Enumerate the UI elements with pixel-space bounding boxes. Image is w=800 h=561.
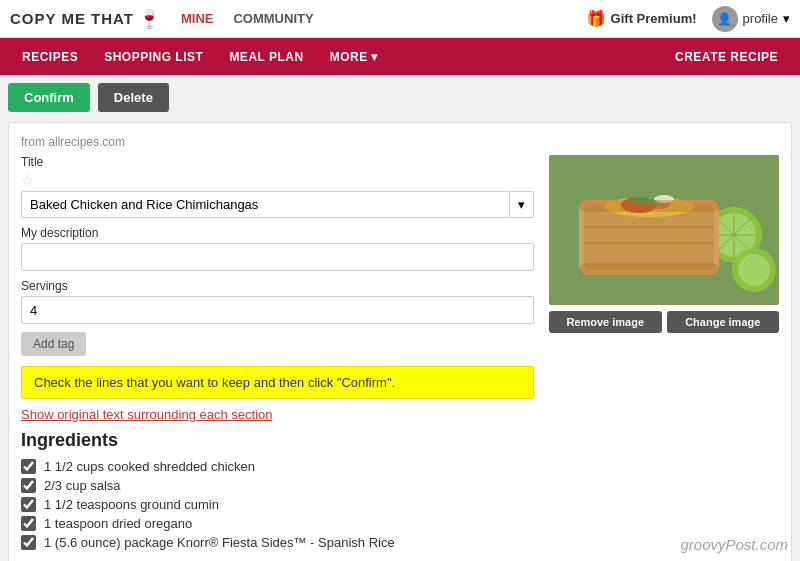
desc-label: My description [21, 226, 534, 240]
ingredient-text: 1 1/2 teaspoons ground cumin [44, 497, 219, 512]
add-tag-button[interactable]: Add tag [21, 332, 86, 356]
ingredient-text: 1 1/2 cups cooked shredded chicken [44, 459, 255, 474]
recipe-image [549, 155, 779, 305]
card-body: Title ☆ ▾ My description Servings Add ta… [21, 155, 779, 552]
ingredients-heading: Ingredients [21, 430, 534, 451]
gift-premium-button[interactable]: 🎁 Gift Premium! [586, 9, 697, 28]
image-buttons: Remove image Change image [549, 311, 779, 333]
list-item: 2/3 cup salsa [21, 476, 534, 495]
list-item: 1 1/2 cups cooked shredded chicken [21, 457, 534, 476]
instruction-box: Check the lines that you want to keep an… [21, 366, 534, 399]
instruction-text: Check the lines that you want to keep an… [34, 375, 395, 390]
ingredient-checkbox[interactable] [21, 478, 36, 493]
change-image-button[interactable]: Change image [667, 311, 780, 333]
more-link[interactable]: MORE ▾ [318, 38, 390, 75]
servings-label: Servings [21, 279, 534, 293]
top-nav-links: MINE COMMUNITY [181, 11, 586, 26]
profile-chevron-icon: ▾ [783, 11, 790, 26]
ingredient-checkbox[interactable] [21, 535, 36, 550]
action-row: Confirm Delete [8, 83, 792, 112]
servings-input[interactable] [21, 296, 534, 324]
logo[interactable]: Copy Me That 🍷 [10, 8, 161, 30]
ingredient-text: 1 teaspoon dried oregano [44, 516, 192, 531]
meal-plan-link[interactable]: MEAL PLAN [217, 38, 315, 75]
sec-nav-links: RECIPES SHOPPING LIST MEAL PLAN MORE ▾ [10, 38, 663, 75]
title-input[interactable] [21, 191, 510, 218]
ingredient-text: 1 (5.6 ounce) package Knorr® Fiesta Side… [44, 535, 395, 550]
title-label: Title [21, 155, 534, 169]
profile-area[interactable]: 👤 profile ▾ [712, 6, 790, 32]
svg-rect-18 [579, 200, 719, 212]
mine-link[interactable]: MINE [181, 11, 214, 26]
list-item: 1 (5.6 ounce) package Knorr® Fiesta Side… [21, 533, 534, 552]
left-column: Title ☆ ▾ My description Servings Add ta… [21, 155, 534, 552]
logo-text: Copy Me That [10, 10, 134, 27]
profile-label: profile [743, 11, 778, 26]
title-row: ▾ [21, 191, 534, 218]
right-column: Remove image Change image [549, 155, 779, 552]
description-input[interactable] [21, 243, 534, 271]
list-item: 1 teaspoon dried oregano [21, 514, 534, 533]
list-item: 1 1/2 teaspoons ground cumin [21, 495, 534, 514]
shopping-list-link[interactable]: SHOPPING LIST [92, 38, 215, 75]
gift-icon: 🎁 [586, 9, 606, 28]
remove-image-button[interactable]: Remove image [549, 311, 662, 333]
watermark: groovyPost.com [680, 536, 788, 553]
svg-point-8 [738, 254, 770, 286]
show-original-link[interactable]: Show original text surrounding each sect… [21, 407, 534, 422]
top-navigation: Copy Me That 🍷 MINE COMMUNITY 🎁 Gift Pre… [0, 0, 800, 38]
gift-label: Gift Premium! [611, 11, 697, 26]
recipes-link[interactable]: RECIPES [10, 38, 90, 75]
ingredient-list: 1 1/2 cups cooked shredded chicken 2/3 c… [21, 457, 534, 552]
svg-rect-19 [579, 263, 719, 275]
secondary-navigation: RECIPES SHOPPING LIST MEAL PLAN MORE ▾ C… [0, 38, 800, 75]
content-area: Confirm Delete from allrecipes.com Title… [0, 75, 800, 561]
create-recipe-button[interactable]: CREATE RECIPE [663, 38, 790, 75]
ingredient-text: 2/3 cup salsa [44, 478, 121, 493]
community-link[interactable]: COMMUNITY [233, 11, 313, 26]
delete-button[interactable]: Delete [98, 83, 169, 112]
confirm-button[interactable]: Confirm [8, 83, 90, 112]
ingredient-checkbox[interactable] [21, 497, 36, 512]
main-card: from allrecipes.com Title ☆ ▾ My descrip… [8, 122, 792, 561]
logo-icon: 🍷 [138, 8, 161, 30]
ingredient-checkbox[interactable] [21, 516, 36, 531]
title-dropdown-button[interactable]: ▾ [510, 191, 534, 218]
ingredient-checkbox[interactable] [21, 459, 36, 474]
star-icon: ☆ [21, 172, 34, 188]
avatar: 👤 [712, 6, 738, 32]
source-label: from allrecipes.com [21, 135, 779, 149]
